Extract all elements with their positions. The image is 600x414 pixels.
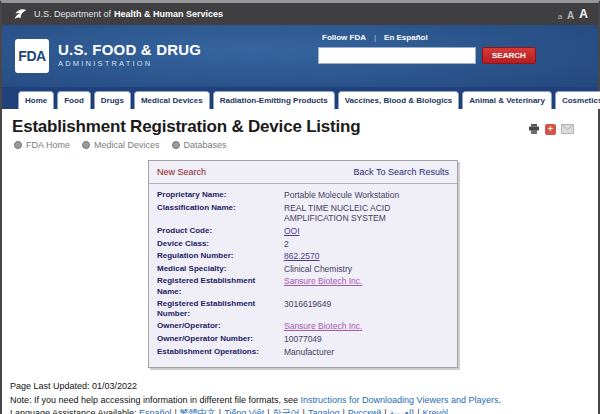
nav-tab[interactable]: Animal & Veterinary bbox=[462, 91, 552, 109]
font-size-medium-button[interactable]: A bbox=[567, 10, 574, 21]
header-top-links: Follow FDA | En Español bbox=[322, 33, 538, 42]
org-name-line1: U.S. FOOD & DRUG bbox=[58, 41, 201, 58]
row-label: Establishment Operations: bbox=[157, 347, 284, 358]
fda-org-name: U.S. FOOD & DRUG ADMINISTRATION bbox=[58, 41, 201, 68]
fda-header: FDA U.S. FOOD & DRUG ADMINISTRATION Foll… bbox=[2, 25, 598, 87]
email-icon[interactable] bbox=[561, 124, 574, 134]
row-value: 2 bbox=[284, 239, 289, 250]
last-updated-text: Page Last Updated: 01/03/2022 bbox=[10, 380, 590, 394]
breadcrumb-item-databases[interactable]: Databases bbox=[172, 140, 227, 150]
primary-nav-bar: HomeFoodDrugsMedical DevicesRadiation-Em… bbox=[2, 87, 598, 109]
page-footer-info: Page Last Updated: 01/03/2022 Note: If y… bbox=[10, 380, 598, 414]
search-button[interactable]: SEARCH bbox=[482, 47, 536, 64]
breadcrumb: FDA Home Medical Devices Databases bbox=[14, 140, 598, 150]
language-link[interactable]: Русский bbox=[348, 408, 381, 414]
breadcrumb-label: Databases bbox=[184, 140, 227, 150]
nav-tab[interactable]: Drugs bbox=[94, 91, 131, 109]
nav-tab[interactable]: Medical Devices bbox=[134, 91, 210, 109]
table-row: Owner/Operator Number: 10077049 bbox=[157, 334, 449, 345]
font-size-small-button[interactable]: a bbox=[558, 12, 562, 21]
nav-tab[interactable]: Home bbox=[18, 91, 54, 109]
row-value: 10077049 bbox=[284, 334, 322, 345]
viewers-players-link[interactable]: Instructions for Downloading Viewers and… bbox=[301, 395, 499, 405]
row-label: Registered Establishment Number: bbox=[157, 299, 284, 319]
nav-tab[interactable]: Cosmetics bbox=[555, 91, 600, 109]
breadcrumb-bullet-icon bbox=[14, 141, 22, 149]
nav-tab[interactable]: Vaccines, Blood & Biologics bbox=[338, 91, 460, 109]
table-row: Owner/Operator: Sansure Biotech Inc. bbox=[157, 321, 449, 332]
separator: | bbox=[174, 408, 176, 414]
hhs-department-name: Health & Human Services bbox=[114, 9, 223, 19]
owner-operator-link[interactable]: Sansure Biotech Inc. bbox=[284, 321, 362, 331]
language-link[interactable]: العربية bbox=[390, 408, 415, 414]
language-link[interactable]: 한국어 bbox=[273, 408, 300, 414]
row-label: Medical Specialty: bbox=[157, 264, 284, 275]
row-label: Classification Name: bbox=[157, 203, 284, 224]
page-title: Establishment Registration & Device List… bbox=[12, 117, 598, 137]
fda-logo[interactable]: FDA bbox=[15, 39, 49, 73]
registered-establishment-name-link[interactable]: Sansure Biotech Inc. bbox=[284, 276, 362, 286]
hhs-top-bar: U.S. Department of Health & Human Servic… bbox=[2, 3, 598, 25]
row-value: Manufacturer bbox=[284, 347, 334, 358]
device-detail-panel: New Search Back To Search Results Propri… bbox=[148, 160, 458, 368]
table-row: Medical Specialty: Clinical Chemistry bbox=[157, 264, 449, 275]
back-to-search-results-link[interactable]: Back To Search Results bbox=[354, 167, 449, 177]
language-link[interactable]: 繁體中文 bbox=[180, 408, 216, 414]
new-search-link[interactable]: New Search bbox=[157, 167, 206, 177]
language-link[interactable]: Español bbox=[139, 408, 172, 414]
breadcrumb-bullet-icon bbox=[82, 141, 90, 149]
share-icon[interactable]: + bbox=[545, 124, 556, 135]
hhs-eagle-logo-icon bbox=[12, 8, 28, 21]
header-search: SEARCH bbox=[318, 47, 538, 64]
breadcrumb-item-fda-home[interactable]: FDA Home bbox=[14, 140, 70, 150]
print-icon[interactable] bbox=[528, 123, 540, 135]
row-value: Portable Molecule Workstation bbox=[284, 190, 399, 201]
hhs-department-prefix: U.S. Department of bbox=[34, 9, 111, 19]
header-right-cluster: Follow FDA | En Español SEARCH bbox=[318, 33, 538, 64]
separator: | bbox=[417, 408, 419, 414]
file-formats-note: Note: If you need help accessing informa… bbox=[10, 394, 590, 408]
table-row: Device Class: 2 bbox=[157, 239, 449, 250]
main-content: Establishment Registration & Device List… bbox=[2, 109, 598, 414]
row-value: Clinical Chemistry bbox=[284, 264, 352, 275]
separator: | bbox=[342, 408, 344, 414]
table-row: Registered Establishment Name: Sansure B… bbox=[157, 276, 449, 296]
row-label: Registered Establishment Name: bbox=[157, 276, 284, 296]
language-assistance-label: Language Assistance Available: bbox=[10, 408, 136, 414]
language-link[interactable]: Tiếng Việt bbox=[224, 408, 264, 414]
breadcrumb-label: Medical Devices bbox=[94, 140, 160, 150]
language-assistance-line: Language Assistance Available: Español|繁… bbox=[10, 407, 590, 414]
font-size-controls: a A A bbox=[558, 7, 588, 21]
org-name-line2: ADMINISTRATION bbox=[58, 59, 201, 68]
font-size-large-button[interactable]: A bbox=[579, 7, 588, 21]
follow-fda-link[interactable]: Follow FDA bbox=[322, 33, 366, 42]
header-link-separator: | bbox=[374, 33, 376, 42]
panel-header: New Search Back To Search Results bbox=[149, 161, 457, 184]
table-row: Classification Name: REAL TIME NUCLEIC A… bbox=[157, 203, 449, 224]
table-row: Establishment Operations: Manufacturer bbox=[157, 347, 449, 358]
search-input[interactable] bbox=[318, 47, 476, 64]
nav-tab[interactable]: Food bbox=[57, 91, 91, 109]
panel-body: Proprietary Name: Portable Molecule Work… bbox=[149, 184, 457, 367]
row-value: 3016619649 bbox=[284, 299, 331, 319]
product-code-link[interactable]: OOI bbox=[284, 226, 300, 236]
nav-tab[interactable]: Radiation-Emitting Products bbox=[213, 91, 335, 109]
row-label: Product Code: bbox=[157, 226, 284, 237]
language-link[interactable]: Tagalog bbox=[308, 408, 340, 414]
breadcrumb-item-medical-devices[interactable]: Medical Devices bbox=[82, 140, 160, 150]
table-row: Product Code: OOI bbox=[157, 226, 449, 237]
row-label: Regulation Number: bbox=[157, 251, 284, 262]
row-label: Device Class: bbox=[157, 239, 284, 250]
table-row: Regulation Number: 862.2570 bbox=[157, 251, 449, 262]
table-row: Proprietary Name: Portable Molecule Work… bbox=[157, 190, 449, 201]
breadcrumb-bullet-icon bbox=[172, 141, 180, 149]
separator: | bbox=[219, 408, 221, 414]
table-row: Registered Establishment Number: 3016619… bbox=[157, 299, 449, 319]
separator: | bbox=[384, 408, 386, 414]
separator: | bbox=[303, 408, 305, 414]
row-value: REAL TIME NUCLEIC ACID AMPLIFICATION SYS… bbox=[284, 203, 449, 224]
fda-page: U.S. Department of Health & Human Servic… bbox=[0, 0, 600, 414]
en-espanol-link[interactable]: En Español bbox=[384, 33, 428, 42]
regulation-number-link[interactable]: 862.2570 bbox=[284, 251, 319, 261]
row-label: Owner/Operator: bbox=[157, 321, 284, 332]
